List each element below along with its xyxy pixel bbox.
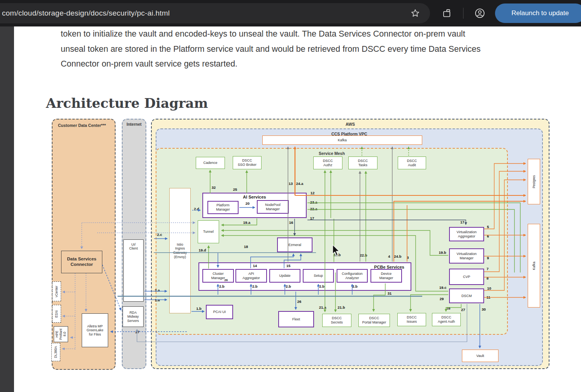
wire-label: 16: [289, 220, 293, 225]
wire-label: 19.a: [243, 220, 251, 225]
box-label-update: Update: [278, 274, 291, 278]
box-label-ezmeral: Ezmeral: [288, 243, 302, 247]
box-label-platform-manager: Platform Manager: [215, 203, 231, 211]
box-label-config-analyzer: Configuration Analyzer: [341, 272, 363, 280]
box-label-kafka-right: Kafka: [531, 262, 537, 270]
box-label-alletra: Alletra MP GreenLake for Files: [86, 324, 104, 336]
box-hpe-proliant: HPE Proliant 8.0: [54, 326, 68, 342]
box-label-nodepool-manager: NodePool Manager: [264, 203, 281, 211]
wire-label: 2.b: [219, 284, 225, 288]
box-label-fleet: Fleet: [291, 317, 301, 322]
box-kafka-right: Kafka: [528, 224, 540, 308]
box-config-analyzer: Configuration Analyzer: [337, 269, 368, 283]
box-label-cvp: CVP: [462, 275, 471, 279]
wire-label: 3: [407, 255, 409, 260]
browser-toolbar: com/cloud/storage-design/docs/security/p…: [0, 0, 581, 26]
wire-label: 29: [440, 297, 444, 301]
window-edge-strip: [0, 26, 14, 392]
wire-label: 18: [244, 244, 248, 249]
wire-label: 17: [460, 220, 465, 224]
wire-label: 20: [246, 201, 250, 206]
wire-label: 14: [253, 264, 257, 268]
wire-label: 4: [388, 254, 390, 258]
wire-label: 2.b: [252, 284, 258, 288]
box-dscc-issues: DSCC Issues: [397, 313, 426, 326]
wire-label: 27: [135, 330, 140, 334]
box-ui-client: UI/ Client: [123, 239, 144, 302]
relaunch-label: Relaunch to update: [511, 9, 569, 17]
wire-label: 5: [487, 225, 489, 229]
wire-label: 19.b: [439, 250, 446, 255]
box-cadence: Cadence: [196, 157, 225, 169]
wire-label: 21.b: [337, 305, 345, 309]
app-window: com/cloud/storage-design/docs/security/p…: [0, 0, 581, 392]
box-label-kafka-top: Kafka: [337, 138, 348, 142]
box-dl380a: DL380A: [51, 343, 60, 361]
wire-label: 13: [289, 181, 293, 186]
box-label-cluster-manager: Cluster Manager: [211, 272, 226, 280]
wire-label: 28: [446, 306, 451, 310]
box-esxi: ESXi: [52, 305, 61, 323]
extensions-icon[interactable]: [441, 8, 452, 19]
wire-label: 12: [311, 191, 315, 195]
star-icon[interactable]: [410, 8, 421, 19]
wire-label: 8: [486, 276, 488, 280]
box-dscc-secrets: DSCC Secrets: [322, 314, 351, 327]
region-label-service-mesh: Service Mesh: [156, 151, 507, 156]
wire-label: 19.c: [439, 285, 447, 290]
box-label-cadence: Cadence: [202, 161, 218, 165]
box-label-virt-aggregator: Virtualization Aggregator: [456, 230, 477, 238]
wire-label: 24.a: [296, 181, 304, 186]
region-label-aws: AWS: [152, 122, 549, 127]
box-setup: Setup: [303, 269, 334, 283]
wire-label: 21.a: [319, 305, 326, 309]
wire-label: 26: [225, 278, 228, 282]
wire-label: 2.c: [157, 232, 162, 237]
toolbar-divider: [463, 8, 463, 19]
box-pcai-ui: PCAI UI: [206, 305, 233, 319]
box-label-rda-midway: RDA Midway Servers: [126, 311, 140, 323]
wire-label: 24.b: [394, 254, 401, 258]
box-cluster-manager: Cluster Manager: [202, 269, 234, 283]
wire-label: 22.a: [310, 207, 318, 211]
box-vcenter: vCenter: [52, 281, 61, 301]
wire-label: 2.a: [154, 288, 160, 292]
box-nodepool-manager: NodePool Manager: [257, 200, 289, 214]
relaunch-button[interactable]: Relaunch to update: [495, 4, 581, 23]
wire-label: 19.d: [198, 248, 206, 252]
box-dsc: Data Services Connector: [61, 251, 102, 273]
box-istio-gateway: Istio Ingres Gateway (Envoy): [169, 188, 191, 313]
region-label-customer-data-center: Customer Data Center***: [58, 123, 106, 128]
box-ezmeral: Ezmeral: [277, 237, 312, 252]
box-label-dscc-secrets: DSCC Secrets: [330, 316, 344, 324]
address-bar[interactable]: com/cloud/storage-design/docs/security/p…: [0, 3, 430, 23]
box-label-hpe-proliant: HPE Proliant 8.0: [54, 327, 67, 342]
box-label-dscc-authz: DSCC Authz: [322, 159, 334, 167]
box-device-manager: Device Manager: [370, 269, 402, 283]
wire-label: 10: [487, 286, 491, 290]
profile-icon[interactable]: [474, 8, 485, 19]
box-dscm: DSCM: [449, 288, 484, 303]
wire-label: 9: [487, 256, 489, 260]
box-cvp: CVP: [449, 269, 484, 285]
box-alletra: Alletra MP GreenLake for Files: [82, 313, 108, 347]
box-label-ai-services: AI Services: [203, 195, 306, 200]
box-label-vcenter: vCenter: [54, 286, 59, 297]
box-dscc-portal-manager: DSCC Portal Manager: [358, 314, 390, 327]
wire-label: 6: [487, 234, 489, 238]
box-label-dl380a: DL380A: [53, 346, 58, 358]
box-label-dscm: DSCM: [461, 294, 473, 298]
box-dscc-audit: DSCC Audit: [398, 156, 426, 169]
box-sso-broker: DSCC SSO Broker: [233, 156, 262, 169]
wire-label: 25: [233, 187, 237, 192]
box-label-dscc-audit: DSCC Audit: [406, 159, 418, 167]
box-virt-manager: Virtualization Manager: [449, 248, 484, 264]
wire-label: 27: [461, 308, 465, 312]
wire-label: 2.b: [286, 284, 291, 288]
box-fleet: Fleet: [278, 311, 314, 327]
box-label-dscc-issues: DSCC Issues: [406, 315, 418, 323]
box-kafka-top: Kafka: [262, 135, 422, 145]
box-dscc-authz: DSCC Authz: [313, 156, 342, 169]
box-update: Update: [269, 269, 300, 283]
wire-label: 17: [310, 216, 314, 220]
